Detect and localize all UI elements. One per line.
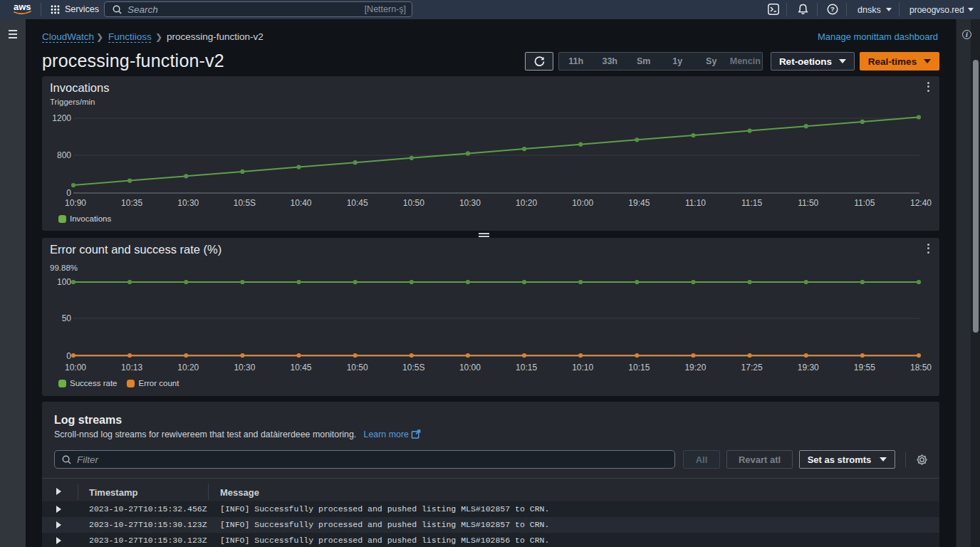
svg-text:10:20: 10:20 [516,198,537,208]
svg-text:19:30: 19:30 [798,363,819,373]
svg-text:10:10: 10:10 [572,363,593,373]
svg-text:10:90: 10:90 [65,198,86,208]
svg-text:12:40: 12:40 [910,198,932,208]
svg-text:50: 50 [62,313,72,323]
svg-text:17:25: 17:25 [741,363,763,373]
svg-text:10:30: 10:30 [234,363,255,373]
svg-text:10:50: 10:50 [403,198,424,208]
svg-text:10:00: 10:00 [572,198,593,208]
svg-text:11:10: 11:10 [685,198,706,208]
svg-text:19:45: 19:45 [628,198,650,208]
svg-text:0: 0 [66,351,71,361]
svg-text:10:00: 10:00 [459,363,481,373]
svg-text:10:50: 10:50 [347,363,368,373]
svg-text:10:30: 10:30 [459,198,481,208]
svg-text:10:35: 10:35 [121,198,142,208]
svg-text:10:45: 10:45 [291,363,312,373]
svg-text:0: 0 [66,188,71,198]
svg-text:10:15: 10:15 [628,363,650,373]
svg-text:11:05: 11:05 [854,198,875,208]
svg-text:11:50: 11:50 [798,198,818,208]
svg-text:10:40: 10:40 [291,198,312,208]
svg-text:1200: 1200 [52,113,71,123]
svg-text:18:50: 18:50 [910,363,932,373]
svg-text:10:13: 10:13 [121,363,142,373]
svg-text:19:55: 19:55 [854,363,875,373]
svg-text:100: 100 [57,277,71,287]
svg-text:10:30: 10:30 [177,198,199,208]
svg-text:19:20: 19:20 [684,363,706,373]
svg-text:11:15: 11:15 [741,198,762,208]
svg-text:10:20: 10:20 [177,363,199,373]
svg-text:10:5S: 10:5S [402,363,424,373]
svg-text:aws: aws [14,1,31,12]
svg-text:10:15: 10:15 [516,363,537,373]
svg-text:800: 800 [57,150,71,160]
svg-text:10:45: 10:45 [347,198,368,208]
svg-text:?: ? [830,5,835,13]
svg-text:10:5S: 10:5S [234,198,256,208]
svg-text:10:00: 10:00 [65,363,86,373]
